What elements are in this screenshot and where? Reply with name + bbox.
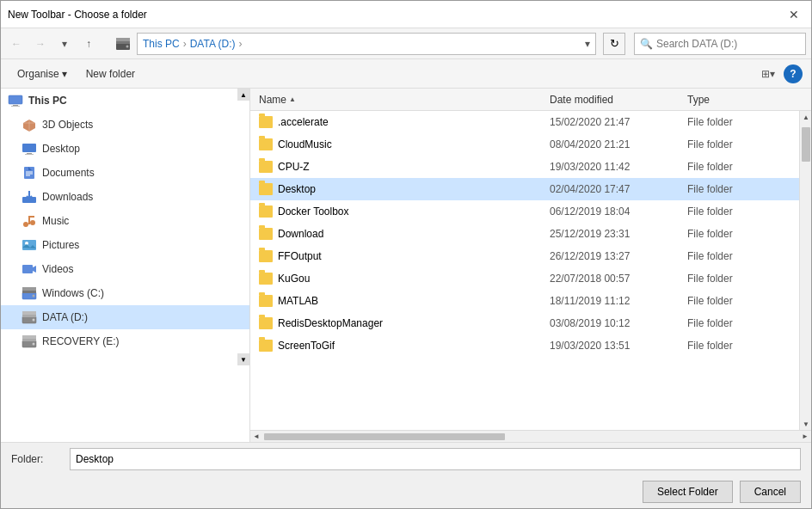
sidebar-item-datad[interactable]: DATA (D:)	[1, 305, 249, 329]
up-button[interactable]: ↑	[78, 34, 99, 54]
sidebar-item-videos[interactable]: Videos	[1, 257, 249, 281]
svg-rect-28	[22, 311, 36, 315]
breadcrumb-datad[interactable]: DATA (D:)	[190, 38, 236, 50]
svg-rect-7	[22, 144, 36, 152]
sidebar-item-windowsc[interactable]: Windows (C:)	[1, 281, 249, 305]
breadcrumb-thispc[interactable]: This PC	[143, 38, 180, 50]
file-type: File folder	[687, 138, 790, 150]
folder-label: Folder:	[11, 453, 63, 465]
svg-rect-18	[28, 216, 34, 218]
folder-icon	[259, 250, 273, 262]
col-name-header[interactable]: Name ▲	[259, 94, 550, 106]
file-name: FFOutput	[259, 250, 550, 262]
file-type: File folder	[687, 161, 790, 173]
forward-button[interactable]: →	[30, 34, 51, 54]
sidebar-scroll-down[interactable]: ▼	[237, 353, 249, 365]
file-date: 06/12/2019 18:04	[550, 205, 687, 218]
select-folder-button[interactable]: Select Folder	[643, 481, 733, 503]
folder-input[interactable]	[70, 448, 801, 470]
sidebar-scroll-up[interactable]: ▲	[237, 89, 249, 101]
scroll-track[interactable]	[800, 123, 811, 418]
file-name: CPU-Z	[259, 161, 550, 173]
svg-rect-9	[25, 154, 34, 155]
organise-arrow: ▾	[62, 68, 67, 80]
sidebar-item-3dobjects[interactable]: 3D Objects	[1, 113, 249, 137]
cancel-button[interactable]: Cancel	[740, 481, 801, 503]
scroll-thumb[interactable]	[802, 127, 810, 162]
sidebar-icon-desktop	[22, 141, 37, 156]
folder-row: Folder:	[1, 443, 811, 475]
col-type-header[interactable]: Type	[687, 94, 790, 106]
folder-icon	[259, 340, 273, 352]
file-row[interactable]: Docker Toolbox 06/12/2019 18:04 File fol…	[250, 200, 799, 223]
file-row[interactable]: Desktop 02/04/2020 17:47 File folder	[250, 178, 799, 200]
file-name: ScreenToGif	[259, 340, 550, 352]
hscroll-right[interactable]: ►	[799, 431, 811, 443]
file-row[interactable]: KuGou 22/07/2018 00:57 File folder	[250, 267, 799, 290]
title-bar: New Toolbar - Choose a folder ✕	[1, 1, 811, 28]
hscroll-thumb[interactable]	[264, 433, 505, 440]
sidebar-label-downloads: Downloads	[42, 191, 93, 203]
sidebar-item-pictures[interactable]: Pictures	[1, 233, 249, 257]
address-bar[interactable]: This PC › DATA (D:) › ▾	[137, 33, 596, 55]
svg-point-16	[30, 220, 35, 225]
file-row[interactable]: .accelerate 15/02/2020 21:47 File folder	[250, 111, 799, 133]
file-row[interactable]: CPU-Z 19/03/2020 11:42 File folder	[250, 156, 799, 178]
file-date: 08/04/2020 21:21	[550, 138, 687, 150]
view-button[interactable]: ⊞ ▾	[756, 64, 780, 84]
refresh-button[interactable]: ↻	[603, 33, 625, 55]
sidebar-item-recoverye[interactable]: RECOVERY (E:)	[1, 329, 249, 353]
file-row[interactable]: RedisDesktopManager 03/08/2019 10:12 Fil…	[250, 312, 799, 334]
file-row[interactable]: MATLAB 18/11/2019 11:12 File folder	[250, 290, 799, 312]
nav-dropdown-button[interactable]: ▾	[54, 34, 75, 54]
close-button[interactable]: ✕	[784, 4, 804, 25]
dialog: New Toolbar - Choose a folder ✕ ← → ▾ ↑ …	[0, 0, 812, 509]
new-folder-button[interactable]: New folder	[78, 64, 143, 83]
sidebar-item-desktop[interactable]: Desktop	[1, 137, 249, 161]
file-row[interactable]: FFOutput 26/12/2019 13:27 File folder	[250, 245, 799, 267]
file-row[interactable]: ScreenToGif 19/03/2020 13:51 File folder	[250, 334, 799, 357]
address-chevron[interactable]: ▾	[585, 38, 590, 50]
nav-bar: ← → ▾ ↑ This PC › DATA (D:) › ▾ ↻ 🔍	[1, 28, 811, 59]
hscroll-left[interactable]: ◄	[250, 431, 262, 443]
sidebar-item-downloads[interactable]: Downloads	[1, 185, 249, 209]
folder-icon	[259, 205, 273, 218]
file-row[interactable]: CloudMusic 08/04/2020 21:21 File folder	[250, 133, 799, 156]
svg-point-29	[33, 319, 35, 322]
organise-button[interactable]: Organise ▾	[9, 64, 75, 83]
file-row[interactable]: Download 25/12/2019 23:31 File folder	[250, 223, 799, 245]
file-name: .accelerate	[259, 116, 550, 128]
drive-icon	[113, 34, 133, 54]
file-type: File folder	[687, 317, 790, 329]
col-date-header[interactable]: Date modified	[550, 94, 687, 106]
file-date: 26/12/2019 13:27	[550, 250, 687, 262]
svg-rect-24	[22, 287, 36, 291]
view-icon: ⊞	[761, 68, 770, 80]
scroll-down-arrow[interactable]: ▼	[800, 418, 811, 430]
back-button[interactable]: ←	[6, 34, 27, 54]
folder-icon	[259, 228, 273, 240]
sidebar-icon-videos	[22, 261, 37, 277]
file-list: .accelerate 15/02/2020 21:47 File folder…	[250, 111, 799, 430]
file-name: RedisDesktopManager	[259, 317, 550, 329]
sidebar-label-datad: DATA (D:)	[42, 311, 88, 323]
svg-rect-4	[9, 95, 22, 104]
sidebar-icon-3dobjects	[22, 117, 37, 132]
help-button[interactable]: ?	[784, 64, 803, 83]
search-icon: 🔍	[640, 38, 653, 50]
search-input[interactable]	[656, 38, 800, 50]
svg-rect-21	[22, 265, 33, 273]
vertical-scrollbar[interactable]: ▲ ▼	[799, 111, 811, 430]
file-date: 03/08/2019 10:12	[550, 317, 687, 329]
sidebar-label-desktop: Desktop	[42, 143, 80, 155]
file-type: File folder	[687, 295, 790, 307]
sidebar-item-music[interactable]: Music	[1, 209, 249, 233]
sidebar-item-documents[interactable]: Documents	[1, 161, 249, 185]
scroll-up-arrow[interactable]: ▲	[800, 111, 811, 123]
horizontal-scrollbar[interactable]: ◄ ►	[250, 430, 811, 442]
search-box[interactable]: 🔍	[634, 33, 806, 55]
bottom-area: Folder: Select Folder Cancel	[1, 442, 811, 508]
svg-rect-19	[22, 240, 36, 250]
sidebar-item-thispc[interactable]: This PC	[1, 89, 249, 113]
file-type: File folder	[687, 250, 790, 262]
